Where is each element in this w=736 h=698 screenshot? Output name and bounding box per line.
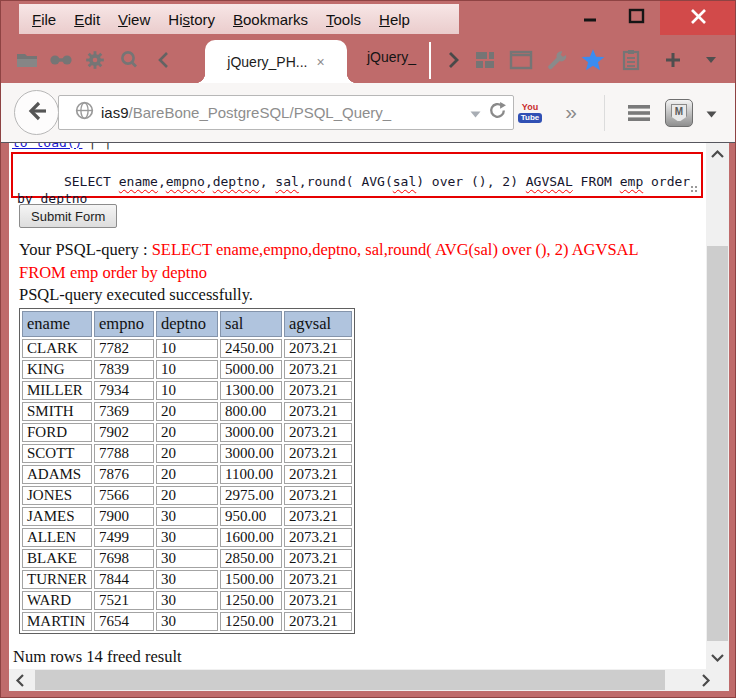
cell-deptno: 10 <box>156 381 218 400</box>
cell-sal: 3000.00 <box>220 423 282 442</box>
scroll-left-icon[interactable] <box>11 669 29 691</box>
query-echo-label: Your PSQL-query : <box>19 240 152 259</box>
tab-inactive[interactable]: jQuery_ <box>367 49 416 65</box>
reload-icon[interactable] <box>488 101 507 124</box>
tab-close-icon[interactable]: × <box>316 54 324 70</box>
wrench-icon[interactable] <box>543 46 571 74</box>
scroll-tabs-right-icon[interactable] <box>439 46 467 74</box>
cell-sal: 3000.00 <box>220 444 282 463</box>
mcafee-shield-icon[interactable]: M <box>663 96 695 130</box>
cell-ename: SCOTT <box>22 444 92 463</box>
scroll-up-icon[interactable] <box>706 145 729 163</box>
maximize-icon <box>628 8 645 28</box>
table-row: SCOTT7788203000.002073.21 <box>22 444 352 463</box>
new-window-icon[interactable] <box>507 46 535 74</box>
back-button[interactable] <box>14 90 59 135</box>
tab-list-caret-icon[interactable] <box>697 46 725 74</box>
scroll-tabs-left-icon[interactable] <box>149 46 177 74</box>
cell-deptno: 20 <box>156 402 218 421</box>
result-table: enameempnodeptnosalagvsal CLARK778210245… <box>19 308 355 634</box>
vertical-scrollbar-thumb[interactable] <box>707 246 728 641</box>
success-message: PSQL-query executed successfully. <box>19 285 253 305</box>
cell-sal: 2450.00 <box>220 339 282 358</box>
cell-ename: MARTIN <box>22 612 92 631</box>
scroll-down-icon[interactable] <box>706 649 729 667</box>
cell-ename: SMITH <box>22 402 92 421</box>
url-dropdown-icon[interactable] <box>463 104 488 122</box>
menu-item-help[interactable]: Help <box>370 11 419 28</box>
menu-item-file[interactable]: File <box>23 11 65 28</box>
menu-item-bookmarks[interactable]: Bookmarks <box>224 11 317 28</box>
addon-caret-icon[interactable] <box>701 107 721 121</box>
cell-sal: 1100.00 <box>220 465 282 484</box>
vertical-scrollbar[interactable] <box>706 143 729 669</box>
cell-ename: WARD <box>22 591 92 610</box>
table-row: MARTIN7654301250.002073.21 <box>22 612 352 631</box>
submit-form-button[interactable]: Submit Form <box>19 204 117 228</box>
toolbar-overflow-icon[interactable]: » <box>553 96 589 128</box>
result-table-body: CLARK7782102450.002073.21KING7839105000.… <box>22 339 352 631</box>
cell-deptno: 20 <box>156 486 218 505</box>
clipped-code-line: to load()| | <box>12 143 112 150</box>
cell-empno: 7844 <box>94 570 154 589</box>
query-echo-line: Your PSQL-query : SELECT ename,empno,dep… <box>19 238 671 284</box>
minimize-button[interactable] <box>569 1 611 35</box>
textarea-resize-grip[interactable] <box>690 185 699 194</box>
new-tab-icon[interactable] <box>659 46 687 74</box>
cell-ename: MILLER <box>22 381 92 400</box>
cell-deptno: 30 <box>156 507 218 526</box>
cell-ename: ALLEN <box>22 528 92 547</box>
sql-textarea[interactable]: SELECT ename,empno,deptno, sal,round( AV… <box>11 152 703 198</box>
glasses-icon[interactable] <box>47 46 75 74</box>
cell-agvsal: 2073.21 <box>284 528 352 547</box>
close-icon <box>690 8 707 29</box>
scroll-right-icon[interactable] <box>697 669 715 691</box>
column-header-sal: sal <box>220 311 282 337</box>
tab-active-label: jQuery_PH... <box>227 54 307 70</box>
cell-agvsal: 2073.21 <box>284 591 352 610</box>
horizontal-scrollbar[interactable] <box>9 669 729 691</box>
cell-sal: 1600.00 <box>220 528 282 547</box>
navigation-bar: ias9/BareBone_PostgreSQL/PSQL_Query_ You… <box>1 83 735 143</box>
table-row: MILLER7934101300.002073.21 <box>22 381 352 400</box>
menu-item-edit[interactable]: Edit <box>65 11 109 28</box>
gear-icon[interactable] <box>81 46 109 74</box>
cell-sal: 5000.00 <box>220 360 282 379</box>
menu-item-view[interactable]: View <box>109 11 159 28</box>
cell-sal: 1500.00 <box>220 570 282 589</box>
cell-agvsal: 2073.21 <box>284 549 352 568</box>
cell-sal: 1250.00 <box>220 612 282 631</box>
cell-ename: BLAKE <box>22 549 92 568</box>
cell-agvsal: 2073.21 <box>284 360 352 379</box>
url-field[interactable]: ias9/BareBone_PostgreSQL/PSQL_Query_ <box>58 95 514 130</box>
cell-empno: 7934 <box>94 381 154 400</box>
clipboard-icon[interactable] <box>617 46 645 74</box>
search-icon[interactable] <box>115 46 143 74</box>
folder-icon[interactable] <box>13 46 41 74</box>
hamburger-menu-icon[interactable] <box>619 97 659 129</box>
bookmark-star-icon[interactable] <box>579 46 607 74</box>
clipped-link[interactable]: to load() <box>12 143 82 150</box>
tab-active[interactable]: jQuery_PH... × <box>205 40 347 83</box>
youtube-icon[interactable]: YouTube <box>515 97 545 129</box>
cell-deptno: 30 <box>156 570 218 589</box>
menu-item-tools[interactable]: Tools <box>317 11 370 28</box>
table-row: WARD7521301250.002073.21 <box>22 591 352 610</box>
tab-groups-icon[interactable] <box>471 46 499 74</box>
cell-ename: KING <box>22 360 92 379</box>
close-button[interactable] <box>660 1 736 35</box>
cell-ename: TURNER <box>22 570 92 589</box>
cell-empno: 7839 <box>94 360 154 379</box>
cell-empno: 7782 <box>94 339 154 358</box>
table-row: JONES7566202975.002073.21 <box>22 486 352 505</box>
cell-empno: 7521 <box>94 591 154 610</box>
cell-empno: 7698 <box>94 549 154 568</box>
url-text[interactable]: ias9/BareBone_PostgreSQL/PSQL_Query_ <box>101 104 463 121</box>
menu-item-history[interactable]: History <box>159 11 224 28</box>
table-row: TURNER7844301500.002073.21 <box>22 570 352 589</box>
horizontal-scrollbar-thumb[interactable] <box>35 670 665 690</box>
cell-ename: JAMES <box>22 507 92 526</box>
toolbar-divider <box>604 95 605 131</box>
maximize-button[interactable] <box>615 1 657 35</box>
column-header-agvsal: agvsal <box>284 311 352 337</box>
